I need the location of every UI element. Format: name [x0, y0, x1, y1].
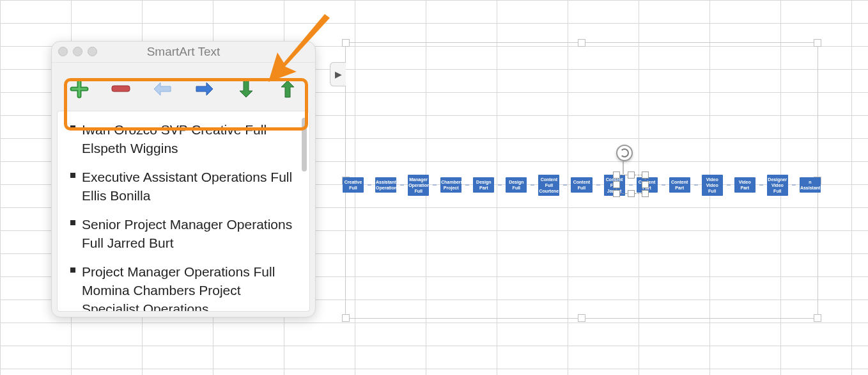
resize-handle[interactable] — [814, 314, 821, 322]
connector — [662, 184, 665, 186]
list-item[interactable]: Project Manager Operations Full Momina C… — [70, 259, 300, 312]
connector — [433, 184, 437, 186]
smartart-node[interactable]: Video Part — [734, 177, 756, 193]
add-shape-button[interactable] — [65, 74, 94, 104]
panel-titlebar: SmartArt Text — [52, 42, 315, 63]
chevron-right-icon: ▶ — [335, 69, 342, 79]
expand-text-pane-button[interactable]: ▶ — [330, 62, 346, 86]
window-controls — [58, 47, 97, 56]
list-item-text: Executive Assistant Operations Full Elli… — [82, 170, 292, 203]
resize-handle[interactable] — [342, 314, 350, 322]
smartart-node[interactable]: Creative Full — [343, 177, 364, 193]
connector — [792, 184, 796, 186]
demote-button[interactable] — [148, 74, 177, 104]
smartart-node[interactable]: Content Full Courtene — [538, 175, 559, 196]
connector — [400, 184, 404, 186]
connector — [759, 184, 763, 186]
list-item-text: Iwan Orozco SVP Creative Full Elspeth Wi… — [82, 122, 267, 156]
list-item[interactable]: Executive Assistant Operations Full Elli… — [70, 164, 300, 211]
resize-handle[interactable] — [578, 39, 585, 47]
smartart-node[interactable]: Content Part — [669, 177, 690, 193]
connector — [498, 184, 502, 186]
connector — [596, 184, 600, 186]
list-item-text: Project Manager Operations Full Momina C… — [82, 264, 275, 312]
resize-handle[interactable] — [342, 39, 350, 47]
smartart-node[interactable]: n Assistant — [800, 177, 821, 193]
panel-title: SmartArt Text — [147, 45, 221, 58]
text-list-area: Iwan Orozco SVP Creative Full Elspeth Wi… — [57, 111, 310, 312]
close-icon[interactable] — [58, 47, 68, 56]
smartart-node[interactable]: Design Full — [506, 177, 527, 193]
connector — [465, 184, 469, 186]
connector — [368, 184, 371, 186]
move-up-button[interactable] — [273, 74, 302, 104]
move-down-button[interactable] — [231, 74, 261, 104]
smartart-node[interactable]: Design Part — [473, 177, 494, 193]
smartart-node[interactable]: Designer Video Full — [767, 175, 788, 196]
promote-button[interactable] — [190, 74, 219, 104]
svg-rect-0 — [112, 86, 130, 92]
list-item-text: Senior Project Manager Operations Full J… — [82, 217, 292, 250]
resize-handle[interactable] — [814, 39, 821, 47]
smartart-canvas[interactable]: ▶ Creative FullAssistant OperationsManag… — [345, 42, 818, 319]
resize-handle[interactable] — [578, 314, 585, 322]
smartart-node-row: Creative FullAssistant OperationsManager… — [343, 177, 821, 193]
smartart-node[interactable]: Content Full — [571, 177, 592, 193]
smartart-node[interactable]: Manager Operations Full — [408, 175, 429, 196]
connector — [727, 184, 731, 186]
selected-node-overlay[interactable] — [616, 175, 646, 194]
smartart-text-panel: SmartArt Text Iwan — [51, 41, 316, 317]
smartart-node[interactable]: Assistant Operations — [375, 177, 396, 193]
connector — [531, 184, 534, 186]
list-item[interactable]: Iwan Orozco SVP Creative Full Elspeth Wi… — [70, 116, 300, 164]
zoom-icon[interactable] — [88, 47, 97, 56]
smartart-node[interactable]: Video Video Full — [702, 175, 723, 196]
text-item-list: Iwan Orozco SVP Creative Full Elspeth Wi… — [58, 111, 309, 312]
connector — [563, 184, 567, 186]
smartart-toolbar — [52, 63, 315, 115]
scrollbar-thumb[interactable] — [302, 118, 307, 172]
smartart-node[interactable]: Chambers Project — [440, 177, 461, 193]
connector — [694, 184, 698, 186]
rotate-handle-icon[interactable] — [616, 145, 633, 161]
list-item[interactable]: Senior Project Manager Operations Full J… — [70, 211, 300, 259]
remove-shape-button[interactable] — [106, 74, 136, 104]
minimize-icon[interactable] — [73, 47, 82, 56]
